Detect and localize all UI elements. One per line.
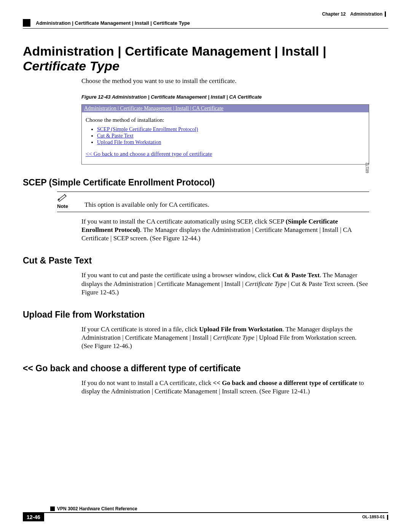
- page-title: Administration | Certificate Management …: [23, 44, 388, 73]
- section-heading-back: << Go back and choose a different type o…: [23, 363, 388, 374]
- figure-option-upload[interactable]: Upload File from Workstation: [97, 139, 161, 145]
- note-text: This option is available only for CA cer…: [81, 196, 209, 212]
- figure-id: 68172: [365, 163, 370, 173]
- footer-square-icon: [50, 506, 55, 511]
- intro-text: Choose the method you want to use to ins…: [81, 77, 369, 85]
- pencil-icon: [57, 194, 68, 202]
- title-plain: Administration | Certificate Management …: [23, 44, 326, 58]
- chapter-label: Chapter 12: [322, 11, 346, 17]
- figure-caption: Figure 12-43 Administration | Certificat…: [81, 94, 369, 100]
- figure-titlebar: Administration | Certificate Management …: [82, 105, 369, 112]
- upload-paragraph: If your CA certificate is stored in a fi…: [81, 325, 369, 350]
- footer-end-bar: [387, 515, 388, 520]
- page-footer: VPN 3002 Hardware Client Reference 12-46…: [23, 506, 388, 521]
- breadcrumb: Administration | Certificate Management …: [36, 20, 190, 26]
- title-italic: Certificate Type: [23, 59, 119, 73]
- figure-option-list: SCEP (Simple Certificate Enrollment Prot…: [97, 126, 365, 145]
- running-header: Chapter 12 Administration: [23, 11, 388, 17]
- figure-back-link[interactable]: << Go back to and choose a different typ…: [86, 151, 212, 157]
- header-square-icon: [23, 19, 30, 27]
- header-rule: [23, 28, 388, 29]
- figure-option-cutpaste[interactable]: Cut & Paste Text: [97, 133, 134, 139]
- cut-paragraph: If you want to cut and paste the certifi…: [81, 271, 369, 296]
- figure-screenshot: Administration | Certificate Management …: [81, 104, 369, 165]
- section-heading-upload: Upload File from Workstation: [23, 310, 388, 320]
- section-heading-cut: Cut & Paste Text: [23, 256, 388, 266]
- doc-id: OL-1893-01: [362, 514, 388, 520]
- back-paragraph: If you do not want to install a CA certi…: [81, 379, 369, 396]
- section-label: Administration: [350, 11, 382, 17]
- note-label: Note: [57, 203, 68, 209]
- note-block: Note This option is available only for C…: [57, 192, 369, 212]
- scep-paragraph: If you want to install the CA certificat…: [81, 217, 369, 243]
- figure-option-scep[interactable]: SCEP (Simple Certificate Enrollment Prot…: [97, 126, 198, 132]
- footer-doc-title: VPN 3002 Hardware Client Reference: [57, 506, 137, 511]
- figure-prompt: Choose the method of installation:: [86, 117, 365, 123]
- section-heading-scep: SCEP (Simple Certificate Enrollment Prot…: [23, 177, 388, 188]
- page-number: 12-46: [23, 513, 44, 521]
- header-end-bar: [385, 11, 386, 17]
